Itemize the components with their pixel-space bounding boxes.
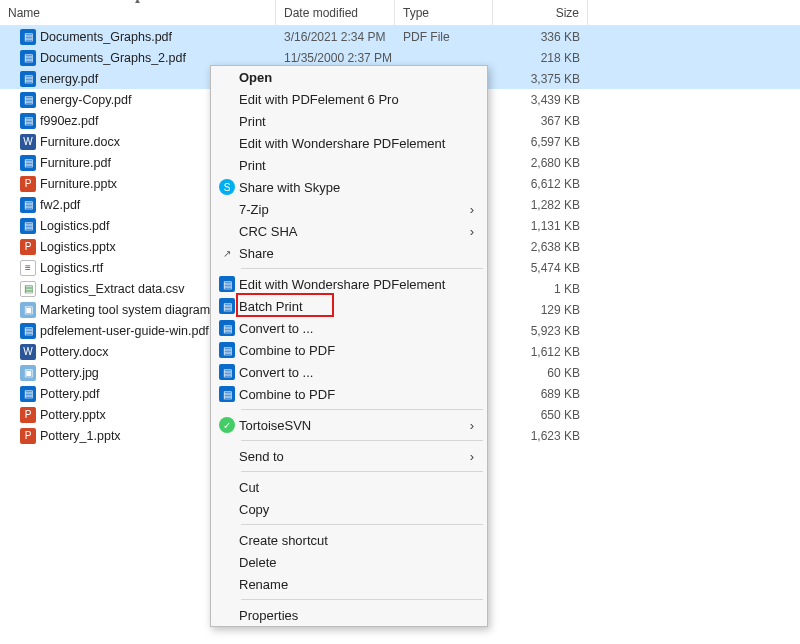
column-header-date[interactable]: Date modified	[276, 0, 395, 25]
pptx-file-icon: P	[20, 239, 36, 255]
submenu-arrow-icon: ›	[465, 449, 479, 464]
menu-item-label: Print	[239, 114, 465, 129]
file-size-label: 129 KB	[493, 303, 588, 317]
docx-file-icon: W	[20, 344, 36, 360]
pdf-file-icon: ▤	[20, 113, 36, 129]
menu-item-properties[interactable]: Properties	[211, 604, 487, 626]
menu-separator	[241, 409, 483, 410]
file-row[interactable]: ▤Documents_Graphs.pdf3/16/2021 2:34 PMPD…	[0, 26, 800, 47]
file-name-label: Furniture.pdf	[40, 156, 111, 170]
file-name-label: energy-Copy.pdf	[40, 93, 132, 107]
menu-item-share-with-skype[interactable]: SShare with Skype	[211, 176, 487, 198]
pdf-file-icon: ▤	[20, 50, 36, 66]
column-headers[interactable]: Name ▲ Date modified Type Size	[0, 0, 800, 26]
menu-item-label: Batch Print	[239, 299, 465, 314]
menu-item-batch-print[interactable]: ▤Batch Print	[211, 295, 487, 317]
file-size-label: 5,474 KB	[493, 261, 588, 275]
pdf-file-icon: ▤	[20, 197, 36, 213]
file-size-label: 1 KB	[493, 282, 588, 296]
menu-item-create-shortcut[interactable]: Create shortcut	[211, 529, 487, 551]
menu-item-edit-with-wondershare-pdfelement[interactable]: Edit with Wondershare PDFelement	[211, 132, 487, 154]
column-header-name[interactable]: Name ▲	[0, 0, 276, 25]
skype-icon: S	[219, 179, 235, 195]
menu-item-cut[interactable]: Cut	[211, 476, 487, 498]
file-name-label: Logistics.rtf	[40, 261, 103, 275]
pdfel-icon: ▤	[219, 320, 235, 336]
menu-separator	[241, 440, 483, 441]
file-name-label: Marketing tool system diagram	[40, 303, 210, 317]
file-type-label: PDF File	[395, 30, 493, 44]
menu-item-print[interactable]: Print	[211, 110, 487, 132]
submenu-arrow-icon: ›	[465, 418, 479, 433]
menu-item-label: Edit with Wondershare PDFelement	[239, 277, 465, 292]
menu-item-label: Convert to ...	[239, 321, 465, 336]
menu-item-delete[interactable]: Delete	[211, 551, 487, 573]
file-name-label: Pottery_1.pptx	[40, 429, 121, 443]
menu-item-label: Combine to PDF	[239, 387, 465, 402]
menu-item-combine-to-pdf[interactable]: ▤Combine to PDF	[211, 339, 487, 361]
share-icon: ↗	[219, 245, 235, 261]
menu-item-send-to[interactable]: Send to›	[211, 445, 487, 467]
jpg-file-icon: ▣	[20, 365, 36, 381]
file-name-label: Logistics.pdf	[40, 219, 109, 233]
column-header-label: Type	[403, 6, 429, 20]
column-header-type[interactable]: Type	[395, 0, 493, 25]
menu-item-label: TortoiseSVN	[239, 418, 465, 433]
column-header-label: Size	[556, 6, 579, 20]
pptx-file-icon: P	[20, 176, 36, 192]
pptx-file-icon: P	[20, 407, 36, 423]
menu-item-label: Properties	[239, 608, 465, 623]
menu-item-label: Delete	[239, 555, 465, 570]
menu-item-convert-to[interactable]: ▤Convert to ...	[211, 317, 487, 339]
submenu-arrow-icon: ›	[465, 202, 479, 217]
pdfel-icon: ▤	[219, 364, 235, 380]
file-size-label: 5,923 KB	[493, 324, 588, 338]
pdf-file-icon: ▤	[20, 155, 36, 171]
context-menu[interactable]: OpenEdit with PDFelement 6 ProPrintEdit …	[210, 65, 488, 627]
file-name-label: Furniture.docx	[40, 135, 120, 149]
rtf-file-icon: ≡	[20, 260, 36, 276]
file-size-label: 1,612 KB	[493, 345, 588, 359]
menu-item-label: Cut	[239, 480, 465, 495]
file-name-label: pdfelement-user-guide-win.pdf	[40, 324, 209, 338]
submenu-arrow-icon: ›	[465, 224, 479, 239]
pdf-file-icon: ▤	[20, 323, 36, 339]
menu-item-label: Rename	[239, 577, 465, 592]
file-name-label: Pottery.jpg	[40, 366, 99, 380]
menu-item-edit-with-wondershare-pdfelement[interactable]: ▤Edit with Wondershare PDFelement	[211, 273, 487, 295]
pdfel-icon: ▤	[219, 386, 235, 402]
pdf-file-icon: ▤	[20, 218, 36, 234]
menu-item-label: Share with Skype	[239, 180, 465, 195]
file-name-label: energy.pdf	[40, 72, 98, 86]
menu-item-label: CRC SHA	[239, 224, 465, 239]
menu-item-edit-with-pdfelement-6-pro[interactable]: Edit with PDFelement 6 Pro	[211, 88, 487, 110]
menu-item-share[interactable]: ↗Share	[211, 242, 487, 264]
file-name-label: f990ez.pdf	[40, 114, 98, 128]
file-size-label: 60 KB	[493, 366, 588, 380]
menu-item-convert-to[interactable]: ▤Convert to ...	[211, 361, 487, 383]
file-size-label: 2,638 KB	[493, 240, 588, 254]
pdfel-icon: ▤	[219, 342, 235, 358]
menu-item-print[interactable]: Print	[211, 154, 487, 176]
menu-separator	[241, 524, 483, 525]
file-date-label: 11/35/2000 2:37 PM	[276, 51, 395, 65]
menu-item-open[interactable]: Open	[211, 66, 487, 88]
menu-item-rename[interactable]: Rename	[211, 573, 487, 595]
menu-item-label: Open	[239, 70, 465, 85]
menu-item-copy[interactable]: Copy	[211, 498, 487, 520]
file-size-label: 367 KB	[493, 114, 588, 128]
file-size-label: 689 KB	[493, 387, 588, 401]
file-name-label: Pottery.pdf	[40, 387, 100, 401]
menu-item-crc-sha[interactable]: CRC SHA›	[211, 220, 487, 242]
menu-item-7-zip[interactable]: 7-Zip›	[211, 198, 487, 220]
file-size-label: 6,597 KB	[493, 135, 588, 149]
menu-item-combine-to-pdf[interactable]: ▤Combine to PDF	[211, 383, 487, 405]
menu-item-tortoisesvn[interactable]: ✓TortoiseSVN›	[211, 414, 487, 436]
file-size-label: 6,612 KB	[493, 177, 588, 191]
file-name-label: Pottery.pptx	[40, 408, 106, 422]
column-header-size[interactable]: Size	[493, 0, 588, 25]
pdfel-icon: ▤	[219, 276, 235, 292]
file-name-label: fw2.pdf	[40, 198, 80, 212]
file-size-label: 3,439 KB	[493, 93, 588, 107]
column-header-label: Date modified	[284, 6, 358, 20]
